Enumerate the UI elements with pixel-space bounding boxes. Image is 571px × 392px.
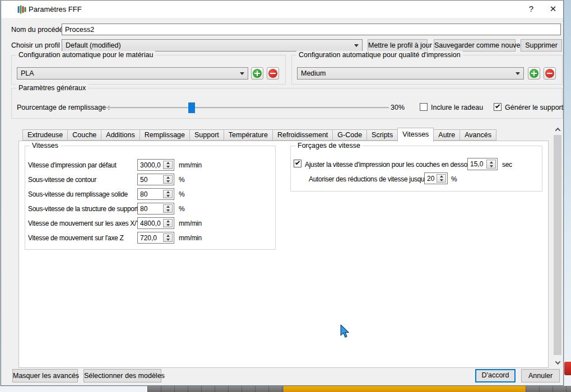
quality-select[interactable]: Medium [297, 67, 524, 80]
spin-buttons [163, 190, 173, 198]
spin-down-button[interactable] [487, 164, 495, 168]
default-print-speed-input[interactable] [138, 160, 163, 170]
scrollbar-thumb[interactable] [554, 135, 561, 355]
default-print-speed-label: Vitesse d'impression par défaut [28, 161, 117, 169]
remove-material-button[interactable] [267, 67, 279, 80]
speeds-group-title: Vitesses [30, 142, 61, 150]
material-value: PLA [17, 69, 236, 77]
include-raft-checkbox[interactable] [420, 103, 428, 111]
help-button[interactable]: ? [521, 1, 542, 17]
adjust-speed-input[interactable] [468, 158, 486, 170]
close-button[interactable]: ✕ [542, 1, 564, 17]
process-name-label: Nom du procédé : [11, 26, 67, 34]
support-underspeed-input[interactable] [138, 203, 163, 214]
backdrop-red-widget [564, 362, 571, 375]
adjust-speed-label: Ajuster la vitesse d'impression pour les… [305, 161, 474, 169]
xy-movement-speed-label: Vitesse de mouvement sur les axes X/Y [28, 220, 141, 227]
spin-down-button[interactable] [437, 179, 445, 183]
tab-couche[interactable]: Couche [67, 129, 101, 141]
scroll-down-button[interactable] [553, 358, 562, 367]
tab-scripts[interactable]: Scripts [366, 129, 398, 141]
dropdown-arrow-icon [236, 72, 248, 75]
dropdown-arrow-icon [512, 72, 523, 75]
spin-down-button[interactable] [164, 238, 172, 242]
unit-label: mm/min [179, 220, 202, 227]
hide-advanced-button[interactable]: Masquer les avancés [12, 369, 78, 382]
app-background: Paramètres FFF ? ✕ Nom du procédé : Choi… [0, 0, 571, 392]
xy-movement-speed-spinbox[interactable] [137, 217, 174, 229]
outline-underspeed-label: Sous-vitesse de contour [28, 176, 96, 184]
infill-percent-value: 30% [391, 104, 405, 111]
z-movement-speed-spinbox[interactable] [137, 232, 174, 244]
tab-avances[interactable]: Avancés [459, 129, 496, 141]
speed-overrides-group: Forçages de vitesse [290, 146, 542, 192]
remove-quality-button[interactable] [544, 67, 556, 80]
plus-icon [530, 69, 538, 78]
spin-down-button[interactable] [164, 223, 172, 227]
plus-icon [253, 69, 262, 78]
tab-support[interactable]: Support [189, 129, 224, 141]
outline-underspeed-input[interactable] [138, 174, 163, 185]
save-as-new-button[interactable]: Sauvegarder comme nouveau [434, 39, 516, 52]
tab-additions[interactable]: Additions [101, 129, 140, 141]
infill-slider-handle[interactable] [188, 102, 195, 113]
spin-down-button[interactable] [164, 194, 172, 198]
xy-movement-speed-input[interactable] [138, 218, 163, 228]
profile-select[interactable]: Default (modified) [62, 39, 363, 52]
spin-down-button[interactable] [164, 209, 172, 213]
spin-down-button[interactable] [164, 165, 172, 169]
delete-profile-button[interactable]: Supprimer [521, 39, 562, 52]
update-profile-button[interactable]: Mettre le profil à jour [368, 39, 428, 52]
tab-extrudeuse[interactable]: Extrudeuse [22, 129, 68, 141]
backdrop-buildplate-left [147, 386, 284, 392]
default-print-speed-spinbox[interactable] [137, 159, 174, 171]
cancel-button[interactable]: Annuler [521, 369, 560, 382]
app-icon [17, 5, 26, 14]
infill-slider-track[interactable] [105, 107, 389, 109]
tab-autre[interactable]: Autre [433, 129, 460, 141]
fff-settings-dialog: Paramètres FFF ? ✕ Nom du procédé : Choi… [1, 0, 564, 386]
generate-support-checkbox[interactable] [494, 103, 502, 111]
z-movement-speed-input[interactable] [138, 232, 163, 243]
ok-button[interactable]: D'accord [475, 369, 516, 382]
unit-label: mm/min [179, 161, 202, 169]
tab-temperature[interactable]: Température [224, 129, 273, 141]
support-underspeed-label: Sous-vitesse de la structure de support [28, 205, 138, 213]
spin-buttons [163, 161, 173, 169]
adjust-speed-spinbox[interactable] [467, 158, 498, 170]
process-name-input[interactable] [62, 24, 561, 35]
solid-infill-underspeed-spinbox[interactable] [137, 188, 174, 200]
include-raft-label: Inclure le radeau [431, 104, 483, 111]
spin-down-button[interactable] [164, 180, 172, 184]
tab-vitesses[interactable]: Vitesses [397, 128, 434, 142]
reduce-speed-spinbox[interactable] [424, 172, 448, 184]
spin-up-button[interactable] [487, 160, 495, 164]
auto-material-title: Configuration automatique pour le matéri… [16, 51, 155, 59]
support-underspeed-spinbox[interactable] [137, 203, 174, 214]
profile-label: Choisir un profil : [11, 41, 64, 49]
add-material-button[interactable] [251, 67, 263, 80]
spin-buttons [163, 204, 173, 213]
outline-underspeed-spinbox[interactable] [137, 174, 174, 185]
spin-buttons [486, 160, 496, 169]
adjust-speed-checkbox[interactable] [294, 160, 301, 167]
title-bar[interactable]: Paramètres FFF ? ✕ [1, 1, 563, 18]
scroll-up-button[interactable] [553, 125, 562, 134]
minus-icon [545, 69, 554, 78]
tab-refroidissement[interactable]: Refroidissement [272, 129, 333, 141]
backdrop-buildplate-right [526, 386, 571, 392]
window-title: Paramètres FFF [29, 5, 82, 13]
select-models-button[interactable]: Sélectionner des modèles [83, 369, 161, 382]
unit-label: mm/min [179, 234, 202, 242]
vertical-scrollbar[interactable] [553, 124, 562, 368]
dropdown-arrow-icon [351, 44, 362, 47]
add-quality-button[interactable] [528, 67, 540, 80]
tab-remplissage[interactable]: Remplissage [140, 129, 190, 141]
generate-support-label: Générer le support [505, 104, 563, 111]
material-select[interactable]: PLA [17, 67, 248, 80]
reduce-speed-input[interactable] [425, 173, 437, 184]
mouse-cursor [339, 325, 350, 338]
solid-infill-underspeed-input[interactable] [138, 189, 163, 199]
solid-infill-underspeed-label: Sous-vitesse du remplissage solide [28, 190, 128, 198]
tab-gcode[interactable]: G-Code [332, 129, 367, 141]
